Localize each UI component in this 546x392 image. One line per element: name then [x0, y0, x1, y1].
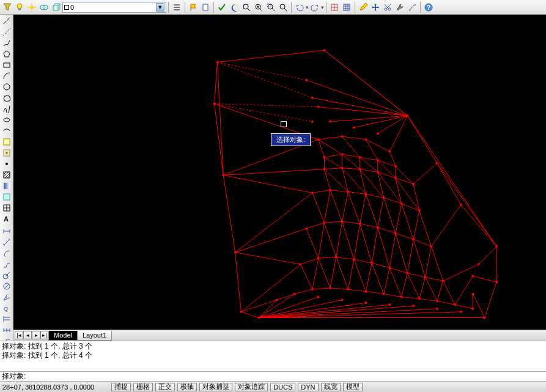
polygon-tool-icon[interactable]	[2, 49, 12, 59]
flag-icon[interactable]	[188, 2, 198, 12]
ordinate-dim-icon[interactable]	[2, 259, 12, 269]
tab-next-icon[interactable]: ▸	[32, 331, 40, 339]
left-toolbar: A Q A A	[0, 15, 13, 341]
model-viewport[interactable]: 选择对象:	[13, 15, 546, 330]
status-ortho[interactable]: 正交	[155, 383, 175, 391]
svg-point-158	[418, 298, 421, 300]
svg-point-174	[471, 293, 474, 295]
box-icon[interactable]	[51, 2, 61, 12]
coords-readout: 28+07, 3810288.0373 , 0.0000	[2, 383, 94, 391]
svg-point-148	[406, 272, 408, 275]
layer-dropdown[interactable]: 0 ▾	[62, 2, 166, 13]
table-tool-icon[interactable]	[342, 2, 352, 12]
status-ducs[interactable]: DUCS	[270, 383, 295, 391]
baseline-dim-icon[interactable]	[2, 314, 12, 324]
multiline-text-icon[interactable]: A	[2, 214, 12, 224]
status-model[interactable]: 模型	[343, 383, 363, 391]
arc-dim-icon[interactable]	[2, 248, 12, 258]
zoom-realtime-icon[interactable]	[278, 2, 288, 12]
zoom-window-icon[interactable]	[266, 2, 276, 12]
tab-prev-icon[interactable]: ◂	[23, 331, 32, 339]
svg-point-145	[353, 258, 355, 261]
status-snap[interactable]: 捕捉	[111, 383, 131, 391]
circles-icon[interactable]	[39, 2, 49, 12]
svg-point-139	[394, 232, 397, 235]
zoom-in-icon[interactable]	[254, 2, 264, 12]
table-insert-icon[interactable]	[2, 203, 12, 213]
command-line: 择对象: 找到 1 个, 总计 4 个	[2, 351, 544, 360]
undo-icon[interactable]	[295, 2, 304, 12]
check-icon[interactable]	[217, 2, 227, 12]
tab-first-icon[interactable]: |◂	[15, 331, 23, 339]
tab-last-icon[interactable]: ▸|	[40, 331, 49, 339]
construction-line-icon[interactable]	[2, 27, 12, 37]
status-osnap[interactable]: 对象捕捉	[199, 383, 232, 391]
ellipse-arc-icon[interactable]	[2, 126, 12, 136]
region-tool-icon[interactable]	[2, 192, 12, 202]
pencil-icon[interactable]	[358, 2, 368, 12]
status-grid[interactable]: 栅格	[133, 383, 153, 391]
ellipse-tool-icon[interactable]	[2, 115, 12, 125]
polyline-tool-icon[interactable]	[2, 38, 12, 48]
insert-block-icon[interactable]	[2, 137, 12, 147]
move-icon[interactable]	[371, 2, 380, 12]
svg-point-150	[442, 279, 445, 282]
tab-nav: |◂ ◂ ▸ ▸|	[15, 331, 49, 341]
status-polar[interactable]: 极轴	[177, 383, 197, 391]
help-icon[interactable]: ?	[424, 2, 433, 12]
status-otrack[interactable]: 对象追踪	[235, 383, 268, 391]
svg-point-56	[6, 163, 8, 165]
layer-filter-icon[interactable]	[2, 2, 12, 12]
svg-point-29	[280, 4, 285, 9]
svg-line-71	[4, 239, 10, 245]
scissors-icon[interactable]	[383, 2, 393, 12]
revision-cloud-icon[interactable]	[2, 93, 12, 103]
svg-point-97	[495, 245, 498, 248]
arc-tool-icon[interactable]	[2, 71, 12, 81]
point-tool-icon[interactable]	[2, 159, 12, 169]
tab-layout1[interactable]: Layout1	[77, 331, 112, 341]
aligned-dim-icon[interactable]	[2, 237, 12, 247]
circle-tool-icon[interactable]	[2, 82, 12, 92]
command-prompt[interactable]: 择对象:	[0, 371, 546, 381]
spline-tool-icon[interactable]	[2, 104, 12, 114]
properties-list-icon[interactable]	[172, 2, 182, 12]
sun-freeze-icon[interactable]	[27, 2, 37, 12]
continue-dim-icon[interactable]	[2, 325, 12, 335]
grid-tool-icon[interactable]	[330, 2, 339, 12]
radius-dim-icon[interactable]	[2, 270, 12, 280]
status-lwt[interactable]: 线宽	[321, 383, 341, 391]
redo-icon[interactable]	[310, 2, 320, 12]
angular-dim-icon[interactable]	[2, 292, 12, 302]
line-tool-icon[interactable]	[2, 16, 12, 26]
chevron-down-icon[interactable]: ▾	[156, 3, 164, 12]
svg-text:Q: Q	[4, 306, 8, 312]
measure-icon[interactable]	[407, 2, 417, 12]
svg-point-152	[311, 288, 314, 290]
quick-dim-icon[interactable]: Q	[2, 303, 12, 313]
svg-point-160	[454, 303, 456, 306]
svg-point-171	[460, 204, 462, 206]
night-stars-icon[interactable]	[229, 2, 239, 12]
svg-point-99	[484, 317, 486, 319]
svg-point-94	[216, 61, 219, 64]
new-doc-icon[interactable]	[201, 2, 210, 12]
diameter-dim-icon[interactable]	[2, 281, 12, 291]
svg-point-124	[377, 171, 379, 174]
svg-point-157	[400, 296, 403, 298]
make-block-icon[interactable]	[2, 148, 12, 158]
command-line: 择对象: 找到 1 个, 总计 3 个	[2, 342, 544, 351]
svg-point-120	[394, 165, 397, 168]
svg-point-131	[383, 196, 385, 199]
rectangle-icon[interactable]	[2, 60, 12, 70]
separator	[213, 2, 214, 13]
tab-model[interactable]: Model	[48, 331, 78, 341]
status-dyn[interactable]: DYN	[298, 383, 318, 391]
gradient-tool-icon[interactable]	[2, 181, 12, 191]
linear-dim-icon[interactable]	[2, 226, 12, 236]
hatch-tool-icon[interactable]	[2, 170, 12, 180]
svg-point-106	[311, 97, 314, 99]
zoom-extents-icon[interactable]	[242, 2, 251, 12]
lightbulb-on-icon[interactable]	[15, 2, 24, 12]
wrench-icon[interactable]	[395, 2, 405, 12]
